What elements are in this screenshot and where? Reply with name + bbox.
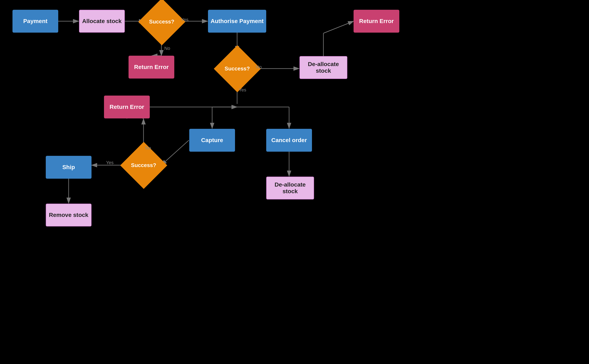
cancel-order-node: Cancel order: [266, 129, 312, 152]
success-diamond-2: Success?: [220, 52, 254, 86]
yes-label-2: Yes: [239, 87, 246, 93]
svg-line-10: [323, 21, 354, 33]
de-allocate-stock-bottom-node: De-allocate stock: [266, 177, 314, 199]
yes-label-3: Yes: [106, 160, 114, 165]
success-diamond-3: Success?: [127, 148, 161, 182]
no-label-2: No: [256, 65, 262, 70]
success-diamond-1: Success?: [145, 5, 179, 39]
authorise-payment-node: Authorise Payment: [208, 10, 266, 32]
no-label-3: No: [145, 145, 151, 151]
flowchart: Payment Allocate stock Success? Authoris…: [0, 0, 589, 364]
svg-line-17: [161, 140, 189, 165]
return-error-mid-node: Return Error: [128, 56, 174, 78]
de-allocate-stock-top-node: De-allocate stock: [300, 56, 347, 79]
return-error-top-right-node: Return Error: [354, 10, 399, 32]
return-error-lower-node: Return Error: [104, 96, 150, 118]
allocate-stock-node: Allocate stock: [79, 10, 125, 32]
yes-label-1: Yes: [181, 17, 188, 22]
remove-stock-node: Remove stock: [46, 204, 92, 227]
no-label-1: No: [164, 46, 170, 51]
capture-node: Capture: [189, 129, 235, 152]
ship-node: Ship: [46, 156, 92, 179]
payment-node: Payment: [13, 10, 58, 32]
